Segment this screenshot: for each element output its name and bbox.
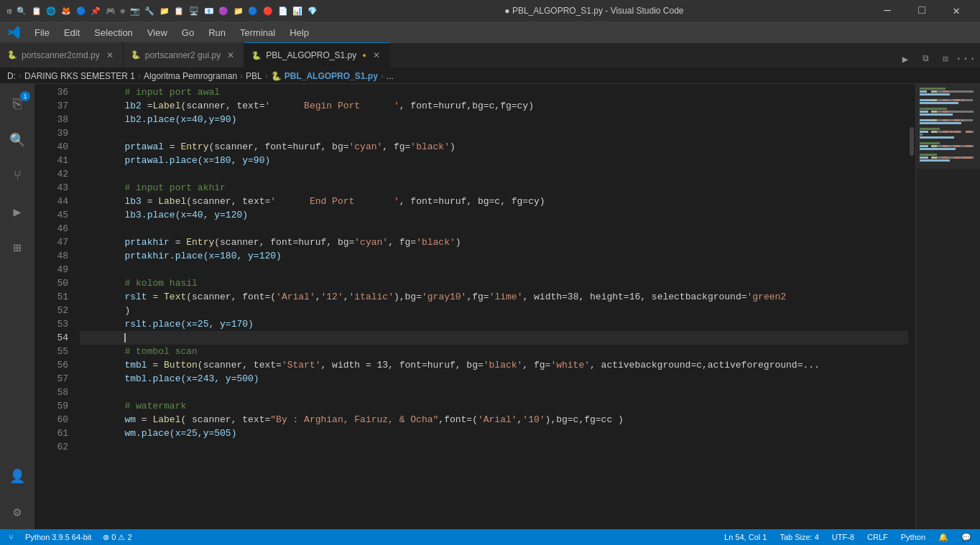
window-controls[interactable]: — □ ✕	[871, 0, 973, 22]
status-encoding[interactable]: UTF-8	[829, 529, 857, 545]
tab-pbl-algopro[interactable]: 🐍 PBL_ALGOPRO_S1.py ● ✕	[244, 42, 390, 67]
tab-close-2[interactable]: ✕	[225, 50, 236, 61]
search-icon: 🔍	[9, 132, 25, 148]
menu-edit[interactable]: Edit	[58, 24, 85, 41]
errors-icon: ⊗	[103, 533, 109, 542]
bc-sep-5: ›	[381, 71, 384, 81]
line-ending-label: CRLF	[867, 533, 888, 541]
tabs-bar: 🐍 portscanner2cmd.py ✕ 🐍 portscanner2 gu…	[0, 43, 980, 68]
run-split-button[interactable]: ▶	[897, 50, 914, 67]
menu-file[interactable]: File	[29, 24, 55, 41]
warnings-icon: ⚠	[118, 533, 125, 542]
maximize-button[interactable]: □	[905, 0, 938, 22]
language-label: Python	[901, 533, 925, 541]
code-line-60: wm = Label( scanner, text="By : Arghian,…	[80, 413, 908, 427]
activity-search[interactable]: 🔍	[0, 123, 34, 157]
explorer-badge: 1	[20, 91, 30, 101]
status-python-version[interactable]: Python 3.9.5 64-bit	[22, 529, 94, 545]
tab-actions: ▶ ⧉ ⊡ ···	[897, 50, 980, 67]
close-button[interactable]: ✕	[940, 0, 973, 22]
bc-filename[interactable]: PBL_ALGOPRO_S1.py	[285, 71, 378, 81]
code-line-57: tmbl.place(x=243, y=500)	[80, 372, 908, 386]
split-editor-button[interactable]: ⧉	[917, 50, 934, 67]
code-line-42	[80, 167, 908, 181]
code-line-62	[80, 440, 908, 454]
bc-drive[interactable]: D:	[7, 71, 16, 81]
tab-label-1: portscanner2cmd.py	[22, 50, 100, 60]
taskbar-icons: ⊞ 🔍 📋 🌐 🦊 🔵 📌 🎮 ⊕ 📷 🔧 📁 📋 🖥️ 📧 🟣 📁 🔵 🔴 📄…	[7, 6, 318, 16]
bc-python-icon: 🐍	[271, 71, 282, 81]
menu-help[interactable]: Help	[284, 24, 315, 41]
minimize-button[interactable]: —	[871, 0, 904, 22]
status-errors[interactable]: ⊗ 0 ⚠ 2	[100, 529, 134, 545]
code-line-55: # tombol scan	[80, 345, 908, 358]
status-tab-size[interactable]: Tab Size: 4	[777, 529, 821, 545]
menu-go[interactable]: Go	[176, 24, 200, 41]
minimap	[915, 84, 980, 529]
menu-selection[interactable]: Selection	[88, 24, 138, 41]
status-feedback[interactable]: 💬	[958, 529, 974, 545]
bc-folder-1[interactable]: DARING RKS SEMESTER 1	[24, 71, 135, 81]
code-line-46	[80, 222, 908, 236]
status-notifications[interactable]: 🔔	[935, 529, 951, 545]
settings-gear-icon: ⚙	[14, 504, 22, 520]
line-numbers: 3637383940414243444546474849505152535455…	[34, 84, 74, 529]
statusbar: ⑂ Python 3.9.5 64-bit ⊗ 0 ⚠ 2 Ln 54, Col…	[0, 529, 980, 545]
status-cursor-position[interactable]: Ln 54, Col 1	[721, 529, 769, 545]
activity-account[interactable]: 👤	[0, 459, 34, 493]
tab-icon-3: 🐍	[251, 51, 262, 60]
menu-view[interactable]: View	[142, 24, 173, 41]
tab-modified-dot: ●	[362, 52, 366, 59]
code-line-36: # input port awal	[80, 85, 908, 99]
tab-portscanner2gui[interactable]: 🐍 portscanner2 gui.py ✕	[124, 42, 244, 67]
titlebar-app-icons: ⊞ 🔍 📋 🌐 🦊 🔵 📌 🎮 ⊕ 📷 🔧 📁 📋 🖥️ 📧 🟣 📁 🔵 🔴 📄…	[7, 6, 318, 16]
activity-explorer[interactable]: ⎘ 1	[0, 87, 34, 121]
code-line-50: # kolom hasil	[80, 276, 908, 290]
activity-settings[interactable]: ⚙	[0, 495, 34, 529]
tab-portscanner2cmd[interactable]: 🐍 portscanner2cmd.py ✕	[0, 42, 124, 67]
extensions-icon: ⊞	[14, 240, 22, 256]
more-actions-button[interactable]: ···	[957, 50, 974, 67]
menu-run[interactable]: Run	[203, 24, 231, 41]
bc-symbol[interactable]: ...	[387, 71, 394, 81]
toggle-panel-button[interactable]: ⊡	[937, 50, 954, 67]
scrollbar-thumb[interactable]	[910, 127, 914, 156]
bc-folder-2[interactable]: Algoritma Pemrograman	[144, 71, 237, 81]
cursor-position-label: Ln 54, Col 1	[724, 533, 767, 541]
code-line-38: lb2.place(x=40,y=90)	[80, 113, 908, 126]
menu-terminal[interactable]: Terminal	[234, 24, 281, 41]
tab-icon-2: 🐍	[131, 50, 141, 60]
activity-bar: ⎘ 1 🔍 ⑂ ▶ ⊞ 👤 ⚙	[0, 84, 34, 529]
bc-sep-4: ›	[265, 71, 268, 81]
code-editor[interactable]: 3637383940414243444546474849505152535455…	[34, 84, 915, 529]
bc-folder-3[interactable]: PBL	[246, 71, 262, 81]
statusbar-left: ⑂ Python 3.9.5 64-bit ⊗ 0 ⚠ 2	[6, 529, 135, 545]
editor: 3637383940414243444546474849505152535455…	[34, 84, 980, 529]
status-line-ending[interactable]: CRLF	[864, 529, 891, 545]
activity-extensions[interactable]: ⊞	[0, 230, 34, 265]
code-content[interactable]: # input port awal lb2 =Label(scanner, te…	[74, 84, 908, 529]
vertical-scrollbar[interactable]	[908, 84, 915, 529]
notifications-bell-icon: 🔔	[938, 533, 948, 542]
errors-count: 0	[111, 533, 116, 541]
code-line-37: lb2 =Label(scanner, text=' Begin Port ',…	[80, 99, 908, 113]
encoding-label: UTF-8	[832, 533, 854, 541]
bc-sep-1: ›	[19, 71, 22, 81]
tab-size-label: Tab Size: 4	[780, 533, 818, 541]
python-version-label: Python 3.9.5 64-bit	[25, 533, 91, 541]
code-line-54	[80, 331, 908, 345]
breadcrumb: D: › DARING RKS SEMESTER 1 › Algoritma P…	[0, 68, 980, 84]
status-branch[interactable]: ⑂	[6, 529, 17, 545]
activity-git[interactable]: ⑂	[0, 159, 34, 193]
branch-icon: ⑂	[9, 533, 14, 541]
tab-close-1[interactable]: ✕	[104, 50, 116, 61]
tab-close-3[interactable]: ✕	[371, 50, 382, 61]
code-line-58	[80, 386, 908, 399]
bc-sep-2: ›	[138, 71, 141, 81]
tab-icon-1: 🐍	[7, 50, 17, 60]
activity-run[interactable]: ▶	[0, 195, 34, 229]
vscode-logo	[6, 24, 22, 40]
code-line-47: prtakhir = Entry(scanner, font=huruf, bg…	[80, 236, 908, 249]
status-language[interactable]: Python	[898, 529, 928, 545]
code-line-44: lb3 = Label(scanner, text=' End Port ', …	[80, 195, 908, 208]
